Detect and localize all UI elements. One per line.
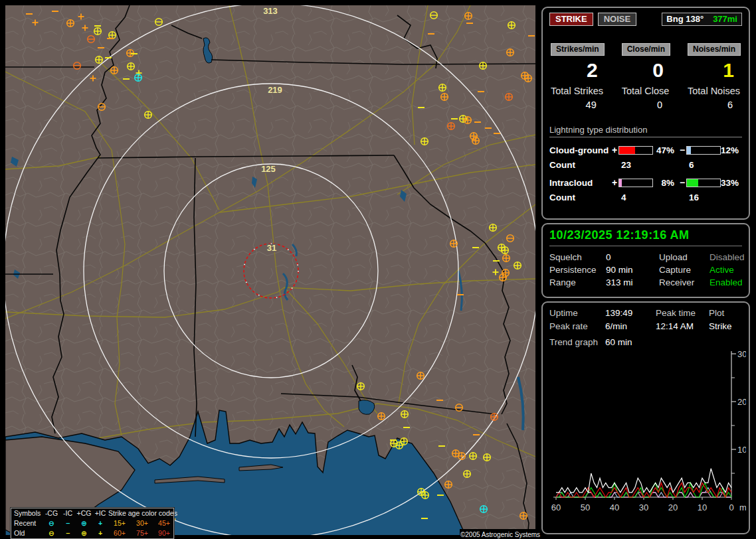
legend-col-cg-pos: +CG	[76, 508, 92, 518]
trend-graph-window: 60 min	[605, 337, 656, 347]
strike-symbol-cp	[421, 138, 428, 145]
svg-text:30: 30	[737, 349, 746, 359]
peak-rate-label: Peak rate	[549, 321, 605, 331]
nexstorm-app: 313 219 125 31 Symbols -CG -IC +CG +IC S…	[0, 0, 756, 539]
strike-symbol-cp	[422, 492, 429, 499]
trend-graph-label: Trend graph	[549, 337, 605, 347]
noise-mode-button[interactable]: NOISE	[598, 13, 636, 26]
strike-symbol-cp	[135, 74, 142, 82]
total-strikes-value: 49	[551, 96, 605, 110]
strike-symbol-cp	[396, 442, 403, 449]
strike-symbol-cp	[448, 123, 455, 130]
ic-neg-recent-icon: −	[60, 518, 76, 528]
capture-label: Capture	[659, 265, 709, 275]
strike-symbol-cp	[111, 67, 118, 74]
plus-sign: +	[611, 145, 618, 155]
range-label: Range	[549, 277, 606, 287]
strikes-per-min-column: Strikes/min 2 Total Strikes 49	[551, 43, 605, 110]
upload-status: Disabled	[709, 252, 745, 262]
uptime-value: 139:49	[605, 308, 656, 318]
age-30-label: 30+	[131, 518, 153, 528]
noises-per-min-value: 1	[688, 56, 741, 86]
legend-age-title: Strike age color codes	[108, 508, 175, 518]
total-noises-label: Total Noises	[688, 86, 741, 96]
cg-positive-pct: 47%	[653, 145, 678, 155]
strike-symbol-cp	[401, 411, 409, 418]
cg-negative-count: 6	[686, 160, 721, 170]
status-panel: 10/23/2025 12:19:16 AM Squelch 0 Upload …	[541, 223, 750, 298]
lightning-map[interactable]: 313 219 125 31 Symbols -CG -IC +CG +IC S…	[5, 5, 535, 535]
bearing-range-display: Bng 138° 377mi	[662, 13, 742, 26]
legend-old-row: Old ⊖ − ⊕ + 60+ 75+ 90+	[11, 528, 173, 538]
ring-label-313: 313	[263, 6, 278, 16]
ic-negative-count: 16	[686, 193, 721, 202]
trend-graph-canvas: 3020106050403020100min	[549, 348, 746, 520]
cloud-ground-label: Cloud-ground	[549, 145, 611, 155]
cg-positive-bar	[618, 146, 653, 155]
total-close-label: Total Close	[622, 86, 670, 96]
bearing-value: Bng 138°	[666, 14, 704, 24]
age-75-label: 75+	[131, 528, 153, 538]
legend-recent-label: Recent	[13, 518, 43, 528]
trend-panel: Uptime 139:49 Peak time Plot Peak rate 6…	[541, 301, 750, 534]
strike-symbol-cp	[417, 372, 425, 380]
strike-symbol-cp	[508, 22, 516, 29]
strike-mode-button[interactable]: STRIKE	[549, 13, 593, 26]
ring-label-31: 31	[267, 243, 276, 253]
strike-symbol-cp	[441, 94, 448, 101]
strike-symbol-cp	[470, 453, 477, 460]
plus-sign: +	[611, 177, 618, 188]
cg-neg-old-icon: ⊖	[43, 528, 60, 538]
strike-symbol-cp	[96, 56, 103, 64]
cloud-ground-count-row: Count 23 6	[549, 160, 742, 170]
strike-symbol-cp	[507, 49, 514, 56]
cg-positive-count: 23	[618, 160, 653, 170]
strike-symbol-cp	[491, 414, 498, 421]
plot-value: Strike	[709, 321, 742, 331]
strike-symbol-cp	[502, 247, 509, 254]
map-symbol-legend: Symbols -CG -IC +CG +IC Strike age color…	[11, 508, 174, 539]
noises-per-min-column: Noises/min 1 Total Noises 6	[688, 43, 741, 110]
strike-symbol-cp	[472, 137, 480, 145]
ring-label-125: 125	[261, 164, 276, 174]
strike-symbol-cp	[94, 28, 102, 35]
strike-symbol-cp	[514, 262, 521, 270]
ic-negative-pct: 33%	[721, 178, 742, 188]
strike-symbol-cp	[480, 62, 487, 70]
strike-symbol-cp	[460, 116, 467, 123]
strike-symbol-cp	[445, 481, 452, 489]
close-per-min-column: Close/min 0 Total Close 0	[622, 43, 670, 110]
legend-symbols-label: Symbols	[13, 508, 43, 518]
strike-symbol-cp	[357, 383, 365, 390]
legend-recent-row: Recent ⊖ − ⊕ + 15+ 30+ 45+	[11, 518, 173, 528]
persistence-label: Persistence	[549, 265, 606, 275]
datetime-display: 10/23/2025 12:19:16 AM	[549, 228, 742, 246]
capture-status: Active	[709, 265, 745, 275]
strike-symbol-cp	[480, 506, 488, 513]
ic-positive-bar	[618, 179, 653, 187]
svg-text:min: min	[739, 502, 746, 512]
ic-negative-bar	[686, 179, 721, 187]
strike-symbol-cp	[439, 84, 446, 92]
ic-neg-old-icon: −	[60, 528, 76, 538]
ic-pos-recent-icon: +	[92, 518, 108, 528]
strike-symbol-cp	[109, 32, 116, 39]
age-15-label: 15+	[108, 518, 131, 528]
strike-symbol-cp	[520, 512, 527, 520]
strike-symbol-cp	[128, 63, 135, 70]
cg-negative-bar	[686, 146, 721, 155]
map-canvas: 313 219 125 31	[5, 5, 535, 535]
strikes-per-min-value: 2	[551, 56, 605, 86]
total-strikes-label: Total Strikes	[551, 86, 605, 96]
range-setting-value: 313 mi	[606, 277, 659, 287]
cloud-ground-row: Cloud-ground + 47% − 12%	[549, 145, 742, 155]
trend-series-red	[556, 483, 731, 497]
ic-positive-count: 4	[618, 193, 653, 202]
plot-label: Plot	[709, 308, 742, 318]
svg-text:40: 40	[610, 502, 619, 512]
receiver-status: Enabled	[709, 277, 745, 287]
strike-symbol-cp	[503, 255, 510, 262]
ic-count-label: Count	[549, 193, 611, 202]
cg-count-label: Count	[549, 160, 611, 170]
strike-symbol-cp	[401, 438, 408, 445]
